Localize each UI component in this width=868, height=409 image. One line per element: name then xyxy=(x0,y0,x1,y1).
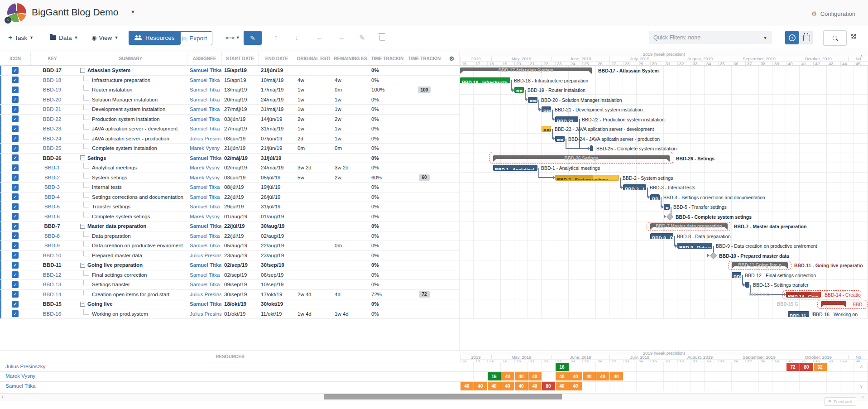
fullscreen-button[interactable]: ⤢ ⤢ xyxy=(851,33,861,43)
issue-key-link[interactable]: BBD-1 xyxy=(30,165,74,170)
quick-filters-dropdown[interactable]: Quick Filters: none ▼ xyxy=(649,31,772,44)
feedback-button[interactable]: ⚑ Feedback xyxy=(824,397,856,406)
table-row-BBD-19[interactable]: ✓BBD-19Router instalationSamuel Titka13/… xyxy=(0,85,460,95)
row-checkbox[interactable]: ✓ xyxy=(12,154,19,161)
column-header-assignee[interactable]: ASSIGNEE xyxy=(187,52,221,65)
issue-key-link[interactable]: BBD-25 xyxy=(30,145,74,151)
row-checkbox[interactable]: ✓ xyxy=(12,262,19,269)
table-row-BBD-7[interactable]: ✓BBD-7Master data preparationSamuel Titk… xyxy=(0,221,460,231)
calendar-button[interactable] xyxy=(800,31,813,44)
gantt-bar-BBD-3[interactable]: BBD-3 - I xyxy=(623,184,646,190)
view-button[interactable]: ◉ View▼ xyxy=(91,26,118,49)
issue-key-link[interactable]: BBD-22 xyxy=(30,116,74,122)
gantt-bar-BBD-18[interactable]: BBD-18 - Infrastructu xyxy=(460,77,510,83)
gantt-bar-BBD-16[interactable]: BBD-16 xyxy=(788,311,809,317)
issue-key-link[interactable]: BBD-7 xyxy=(30,223,74,229)
resource-name-link[interactable]: Samuel Titka xyxy=(5,383,35,389)
issue-key-link[interactable]: BBD-16 xyxy=(30,311,74,317)
table-row-BBD-17[interactable]: ✓BBD-17Atlassian SystemSamuel Titka15/ap… xyxy=(0,66,460,76)
resources-button[interactable]: Resources xyxy=(129,31,181,45)
gantt-milestone-BBD-6[interactable] xyxy=(667,213,674,220)
issue-key-link[interactable]: BBD-2 xyxy=(30,175,74,180)
table-row-BBD-3[interactable]: ✓BBD-3Internal testsSamuel Titka08/júl/1… xyxy=(0,183,460,192)
gantt-bar-BBD-25[interactable] xyxy=(590,145,593,151)
gantt-bar-BBD-21[interactable]: BBI xyxy=(542,106,551,112)
issue-key-link[interactable]: BBD-4 xyxy=(30,194,74,200)
table-row-BBD-22[interactable]: ✓BBD-22Production system instalationSamu… xyxy=(0,115,460,125)
table-row-BBD-25[interactable]: ✓BBD-25Complete system instalationMarek … xyxy=(0,144,460,154)
column-header-remaining-es[interactable]: REMAINING ES xyxy=(332,52,369,65)
gantt-bar-BBD-22[interactable]: BBD-22 - xyxy=(555,116,578,122)
gantt-bar-BBD-23[interactable]: BBI xyxy=(542,126,551,132)
table-row-BBD-9[interactable]: ✓BBD-9Data creation on productive enviro… xyxy=(0,241,460,251)
row-checkbox[interactable]: ✓ xyxy=(12,145,19,152)
issue-key-link[interactable]: BBD-15 xyxy=(30,301,74,307)
row-checkbox[interactable]: ✓ xyxy=(12,223,19,230)
column-header-time-trackin[interactable]: TIME TRACKIN xyxy=(406,52,443,65)
issue-key-link[interactable]: BBD-3 xyxy=(30,184,74,190)
data-button[interactable]: Data▼ xyxy=(50,26,78,49)
resource-name-link[interactable]: Marek Vysny xyxy=(5,373,35,379)
edit-mode-button[interactable]: ✎ xyxy=(244,31,262,45)
column-header-original-esti[interactable]: ORIGINAL ESTI xyxy=(295,52,332,65)
table-row-BBD-23[interactable]: ✓BBD-23JAVA aplication server - developm… xyxy=(0,124,460,134)
issue-key-link[interactable]: BBD-20 xyxy=(30,97,74,102)
gantt-milestone-BBD-10[interactable] xyxy=(710,252,717,259)
issue-key-link[interactable]: BBD-11 xyxy=(30,262,74,268)
search-button[interactable] xyxy=(823,30,847,46)
table-row-BBD-4[interactable]: ✓BBD-4Settings corrections and documenta… xyxy=(0,192,460,202)
task-button[interactable]: + Task▼ xyxy=(8,26,34,49)
collapse-icon[interactable] xyxy=(80,68,85,73)
column-header-summary[interactable]: SUMMARY xyxy=(74,52,187,65)
row-checkbox[interactable]: ✓ xyxy=(12,213,19,220)
title-dropdown-icon[interactable]: ▼ xyxy=(130,9,135,14)
gantt-bar-BBD-5[interactable]: BI xyxy=(664,204,670,210)
scale-mode-button[interactable]: ⇤⇥▼ xyxy=(225,26,240,49)
issue-key-link[interactable]: BBD-24 xyxy=(30,136,74,141)
column-header-end-date[interactable]: END DATE xyxy=(258,52,295,65)
scroll-left-icon[interactable]: ‹ xyxy=(2,394,4,399)
issue-key-link[interactable]: BBD-6 xyxy=(30,214,74,219)
table-row-BBD-11[interactable]: ✓BBD-11Going live preparationSamuel Titk… xyxy=(0,260,460,270)
gantt-bar-BBD-8[interactable]: BBD-8 - D xyxy=(650,233,673,239)
issue-key-link[interactable]: BBD-10 xyxy=(30,253,74,258)
move-down-button[interactable]: ↓ xyxy=(295,26,298,49)
gantt-summary-bar-BBD-15[interactable] xyxy=(821,301,846,305)
gantt-bar-BBD-4[interactable]: BBI xyxy=(650,194,660,200)
table-row-BBD-10[interactable]: ✓BBD-10Prepared master dataJulius Presin… xyxy=(0,251,460,261)
issue-key-link[interactable]: BBD-12 xyxy=(30,272,74,278)
table-row-BBD-12[interactable]: ✓BBD-12Final settings correctionSamuel T… xyxy=(0,270,460,280)
gantt-bar-BBD-14[interactable]: BBD-14 - Crea xyxy=(786,292,821,298)
row-checkbox[interactable]: ✓ xyxy=(12,125,19,132)
row-checkbox[interactable]: ✓ xyxy=(12,164,19,171)
gantt-bar-BBD-20[interactable]: BBI xyxy=(528,97,537,103)
edit-task-button[interactable]: ✎ xyxy=(359,26,365,49)
gantt-bar-BBD-2[interactable]: BBD-2 - System setings xyxy=(555,175,619,181)
scroll-right-icon[interactable]: › xyxy=(862,394,864,399)
column-header-time-trackin[interactable]: TIME TRACKIN xyxy=(369,52,406,65)
issue-key-link[interactable]: BBD-9 xyxy=(30,243,74,248)
collapse-icon[interactable] xyxy=(80,155,85,160)
table-row-BBD-24[interactable]: ✓BBD-24JAVA aplicatin server - productio… xyxy=(0,134,460,144)
row-checkbox[interactable]: ✓ xyxy=(12,281,19,288)
table-row-BBD-8[interactable]: ✓BBD-8Data preparationSamuel Titka22/júl… xyxy=(0,231,460,241)
column-header-key[interactable]: KEY xyxy=(30,52,74,65)
row-checkbox[interactable]: ✓ xyxy=(12,252,19,259)
table-row-BBD-16[interactable]: ✓BBD-16Working on prod.systemJulius Pres… xyxy=(0,309,460,319)
column-header-start-date[interactable]: START DATE xyxy=(221,52,258,65)
table-row-BBD-13[interactable]: ✓BBD-13Settings transferSamuel Titka09/s… xyxy=(0,280,460,290)
move-up-button[interactable]: ↑ xyxy=(274,26,278,49)
collapse-icon[interactable] xyxy=(80,302,85,307)
row-checkbox[interactable]: ✓ xyxy=(12,242,19,249)
export-button[interactable]: ▤ Export xyxy=(176,31,212,45)
outdent-button[interactable]: ← xyxy=(316,26,323,49)
collapse-icon[interactable] xyxy=(80,224,85,229)
table-row-BBD-15[interactable]: ✓BBD-15Going liveSamuel Titka18/okt/1930… xyxy=(0,299,460,309)
gantt-bar-BBD-12[interactable]: BBI xyxy=(732,272,741,278)
indent-button[interactable]: → xyxy=(338,26,345,49)
gantt-bar-BBD-24[interactable]: BBI xyxy=(555,136,565,142)
row-checkbox[interactable]: ✓ xyxy=(12,174,19,181)
table-row-BBD-6[interactable]: ✓BBD-6Complete system setingsMarek Vysny… xyxy=(0,212,460,222)
table-row-BBD-21[interactable]: ✓BBD-21Development system instalationSam… xyxy=(0,105,460,115)
delete-button[interactable] xyxy=(379,26,385,49)
